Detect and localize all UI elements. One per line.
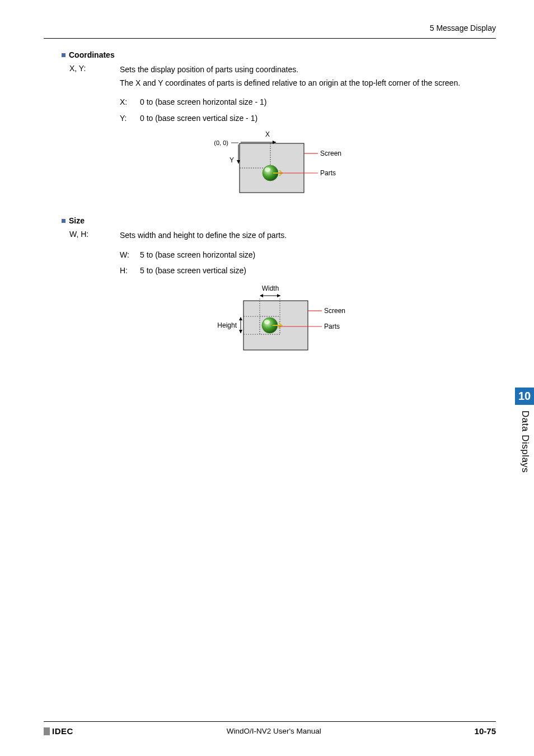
page-footer: IDEC WindO/I-NV2 User's Manual 10-75	[44, 721, 496, 736]
chapter-title: Data Displays	[515, 405, 534, 478]
height-label: Height	[217, 321, 237, 329]
definition-label: W, H:	[69, 230, 120, 239]
item-value: 0 to (base screen vertical size - 1)	[140, 112, 257, 124]
callout-parts: Parts	[324, 323, 340, 330]
section-heading-coordinates: Coordinates	[62, 50, 496, 59]
page: 5 Message Display Coordinates X, Y: Sets…	[0, 0, 534, 756]
definition-label: X, Y:	[69, 64, 120, 73]
footer-title: WindO/I-NV2 User's Manual	[227, 727, 321, 735]
logo-text: IDEC	[52, 726, 73, 736]
page-number: 10-75	[475, 726, 496, 736]
section-title: Size	[69, 216, 85, 225]
item-value: 5 to (base screen horizontal size)	[140, 249, 255, 261]
list-item: W: 5 to (base screen horizontal size)	[120, 249, 496, 261]
origin-label: (0, 0)	[214, 139, 228, 146]
page-header: 5 Message Display	[44, 24, 496, 39]
list-item: X: 0 to (base screen horizontal size - 1…	[120, 96, 496, 108]
item-key: X:	[120, 96, 140, 108]
list-item: Y: 0 to (base screen vertical size - 1)	[120, 112, 496, 124]
item-value: 5 to (base screen vertical size)	[140, 264, 246, 277]
item-key: H:	[120, 264, 140, 277]
logo-icon	[44, 727, 50, 735]
chapter-number: 10	[515, 388, 534, 405]
footer-logo: IDEC	[44, 726, 73, 736]
item-key: W:	[120, 249, 140, 261]
definition-row: X, Y: Sets the display position of parts…	[69, 64, 496, 90]
callout-screen: Screen	[320, 150, 341, 157]
definition-text: Sets width and height to define the size…	[120, 230, 287, 242]
bullet-icon	[62, 53, 65, 57]
coordinates-svg: X (0, 0) Y Screen Parts	[206, 130, 352, 203]
axis-x-label: X	[265, 130, 270, 138]
definition-row: W, H: Sets width and height to define th…	[69, 230, 496, 243]
definition-text: The X and Y coordinates of parts is defi…	[120, 77, 460, 90]
callout-screen: Screen	[324, 307, 345, 315]
definition-body: Sets width and height to define the size…	[120, 230, 287, 243]
parameter-list: X: 0 to (base screen horizontal size - 1…	[120, 96, 496, 124]
content-area: Coordinates X, Y: Sets the display posit…	[62, 49, 496, 375]
item-value: 0 to (base screen horizontal size - 1)	[140, 96, 266, 108]
coordinates-diagram: X (0, 0) Y Screen Parts	[62, 130, 496, 203]
section-heading-size: Size	[62, 216, 496, 225]
definition-text: Sets the display position of parts using…	[120, 64, 460, 76]
svg-point-7	[265, 167, 270, 172]
header-breadcrumb: 5 Message Display	[44, 24, 496, 35]
svg-point-19	[264, 320, 270, 324]
width-label: Width	[262, 284, 279, 292]
callout-parts: Parts	[320, 169, 336, 177]
axis-y-label: Y	[229, 156, 234, 164]
chapter-tab: 10 Data Displays	[515, 388, 534, 478]
item-key: Y:	[120, 112, 140, 124]
size-diagram: Width Height Screen	[62, 283, 496, 361]
section-title: Coordinates	[69, 50, 115, 59]
bullet-icon	[62, 219, 65, 223]
parameter-list: W: 5 to (base screen horizontal size) H:…	[120, 249, 496, 277]
definition-body: Sets the display position of parts using…	[120, 64, 460, 90]
size-svg: Width Height Screen	[198, 283, 360, 361]
header-rule	[44, 38, 496, 39]
list-item: H: 5 to (base screen vertical size)	[120, 264, 496, 277]
